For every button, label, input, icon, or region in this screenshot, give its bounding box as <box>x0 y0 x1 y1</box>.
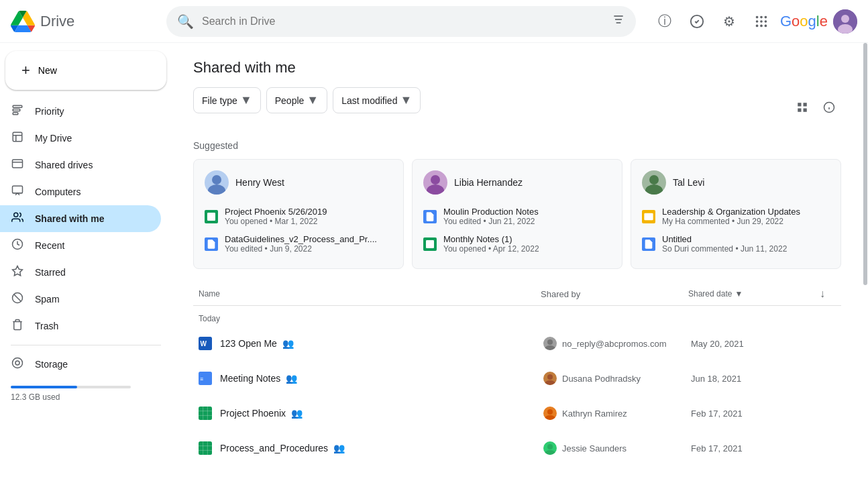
app-title: Drive <box>40 13 74 30</box>
sidebar-item-computers[interactable]: Computers <box>0 178 161 205</box>
settings-icon[interactable]: ⚙ <box>716 8 743 35</box>
svg-rect-16 <box>13 105 22 107</box>
scrollbar-track[interactable] <box>863 43 868 483</box>
suggested-card-1[interactable]: Libia Hernandez Moulin Production Notes … <box>412 159 622 269</box>
sidebar-item-my-drive[interactable]: My Drive <box>0 125 161 152</box>
list-header: Name Shared by Shared date ▼ ↓ <box>193 288 841 306</box>
shared-by-0: no_reply@abcpromos.com <box>543 337 691 350</box>
svg-point-43 <box>427 184 444 195</box>
grid-view-button[interactable] <box>790 95 814 119</box>
svg-point-5 <box>760 15 763 18</box>
svg-point-37 <box>208 184 225 195</box>
file-row-name-3: Process_and_Procedures 👥 <box>199 441 543 455</box>
svg-rect-32 <box>804 108 807 111</box>
sidebar-item-starred[interactable]: Starred <box>0 259 161 286</box>
filter-filetype-label: File type <box>202 95 237 106</box>
svg-rect-29 <box>798 103 801 106</box>
sidebar-item-spam[interactable]: Spam <box>0 286 161 313</box>
shared-indicator-3: 👥 <box>333 443 345 453</box>
file-name-1-0: Moulin Production Notes <box>443 207 611 217</box>
person-avatar-2 <box>642 170 666 195</box>
file-meta-1-0: You edited • Jun 21, 2022 <box>443 217 611 226</box>
svg-point-65 <box>547 409 553 415</box>
drive-logo-icon <box>11 9 35 34</box>
sheets-icon-0-0 <box>205 210 218 223</box>
card-file-1-0[interactable]: Moulin Production Notes You edited • Jun… <box>423 203 611 230</box>
search-input[interactable] <box>202 15 604 28</box>
sheets-icon-row-2 <box>199 407 212 420</box>
svg-rect-30 <box>804 103 807 106</box>
docs-icon-0-1 <box>205 237 218 251</box>
docs-icon-2-1 <box>642 237 655 251</box>
svg-rect-67 <box>199 441 212 455</box>
sidebar-item-priority[interactable]: Priority <box>0 98 161 125</box>
svg-rect-31 <box>798 108 801 111</box>
date-group-today: Today <box>193 306 841 326</box>
sidebar-item-recent[interactable]: Recent <box>0 232 161 259</box>
person-avatar-0 <box>205 170 229 195</box>
svg-point-36 <box>212 175 221 184</box>
topbar-right: ⓘ ⚙ Google <box>651 8 857 35</box>
filter-icon[interactable] <box>612 13 625 30</box>
svg-point-14 <box>841 15 849 23</box>
card-file-1-1[interactable]: Monthly Notes (1) You opened • Apr 12, 2… <box>423 230 611 258</box>
info-button[interactable] <box>817 95 841 119</box>
svg-point-58 <box>547 374 553 380</box>
file-info-0-0: Project Phoenix 5/26/2019 You opened • M… <box>225 207 392 226</box>
svg-point-10 <box>756 24 759 27</box>
suggested-card-2[interactable]: Tal Levi Leadership & Organization Updat… <box>631 159 841 269</box>
card-file-2-1[interactable]: Untitled So Duri commented • Jun 11, 202… <box>642 230 830 258</box>
filename-1: Meeting Notes 👥 <box>220 373 297 384</box>
sidebar-label-priority: Priority <box>35 106 64 117</box>
shared-indicator-1: 👥 <box>286 373 297 384</box>
sidebar-label-shared-with-me: Shared with me <box>35 213 104 224</box>
sidebar-item-trash[interactable]: Trash <box>0 313 161 339</box>
filter-chip-people[interactable]: People ▼ <box>266 87 327 113</box>
apps-icon[interactable] <box>748 8 775 35</box>
sidebar-label-recent: Recent <box>35 240 64 251</box>
suggested-card-0[interactable]: Henry West Project Phoenix 5/26/2019 You… <box>193 159 404 269</box>
svg-point-59 <box>545 380 555 385</box>
file-name-1-1: Monthly Notes (1) <box>443 234 611 244</box>
card-file-0-1[interactable]: DataGuidelines_v2_Process_and_Pr.... You… <box>205 230 392 258</box>
sidebar-label-spam: Spam <box>35 294 60 305</box>
file-row-2[interactable]: Project Phoenix 👥 Kathryn Ramirez Feb 17… <box>193 396 841 431</box>
spam-icon <box>11 292 24 307</box>
card-file-2-0[interactable]: Leadership & Organization Updates My Ha … <box>642 203 830 230</box>
file-name-0-0: Project Phoenix 5/26/2019 <box>225 207 392 217</box>
card-file-0-0[interactable]: Project Phoenix 5/26/2019 You opened • M… <box>205 203 392 230</box>
sidebar-item-shared-drives[interactable]: Shared drives <box>0 152 161 178</box>
shared-date-2: Feb 17, 2021 <box>691 409 812 419</box>
svg-marker-26 <box>13 266 23 275</box>
shared-by-avatar-3 <box>543 441 557 455</box>
svg-point-55 <box>545 345 555 350</box>
svg-point-54 <box>547 339 553 345</box>
filter-chip-filetype[interactable]: File type ▼ <box>193 87 261 113</box>
col-header-shared-date[interactable]: Shared date ▼ <box>688 289 809 299</box>
sidebar-item-storage[interactable]: Storage <box>0 351 161 378</box>
checked-icon[interactable] <box>684 8 710 35</box>
support-icon[interactable]: ⓘ <box>651 8 678 35</box>
sort-arrow-icon[interactable]: ↓ <box>820 288 825 300</box>
new-button[interactable]: + New <box>5 51 166 90</box>
plus-icon: + <box>21 62 30 79</box>
slides-icon-2-0 <box>642 210 655 223</box>
user-avatar[interactable] <box>833 9 857 34</box>
file-row-name-0: W 123 Open Me 👥 <box>199 337 543 350</box>
starred-icon <box>11 265 24 280</box>
file-meta-2-0: My Ha commented • Jun 29, 2022 <box>662 217 830 226</box>
search-bar[interactable]: 🔍 <box>166 6 636 37</box>
shared-by-avatar-0 <box>543 337 557 350</box>
scrollbar-thumb[interactable] <box>863 43 867 285</box>
person-name-0: Henry West <box>235 177 284 188</box>
file-row-1[interactable]: ≡ Meeting Notes 👥 Dusana Podhradsky Jun … <box>193 361 841 396</box>
svg-point-48 <box>649 175 659 184</box>
svg-point-66 <box>545 415 555 420</box>
file-row-3[interactable]: Process_and_Procedures 👥 Jessie Saunders… <box>193 431 841 466</box>
filter-chip-lastmodified[interactable]: Last modified ▼ <box>333 87 421 113</box>
file-name-2-0: Leadership & Organization Updates <box>662 207 830 217</box>
file-row-0[interactable]: W 123 Open Me 👥 no_reply@abcpromos.com M… <box>193 326 841 361</box>
shared-indicator-2: 👥 <box>291 408 303 419</box>
shared-date-3: Feb 17, 2021 <box>691 443 812 453</box>
sidebar-item-shared-with-me[interactable]: Shared with me <box>0 205 161 232</box>
